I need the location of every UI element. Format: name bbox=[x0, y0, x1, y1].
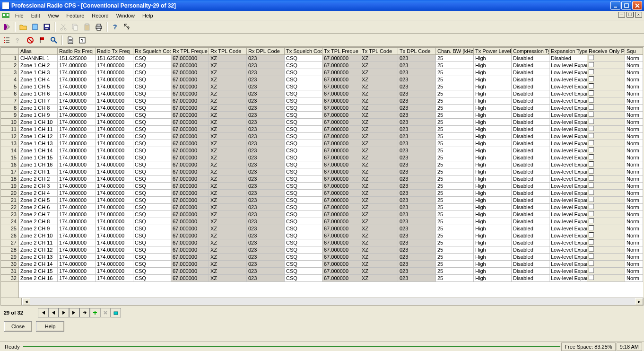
cell[interactable]: 023 bbox=[398, 275, 436, 282]
cell[interactable]: Disabled bbox=[512, 97, 549, 105]
cell[interactable]: 174.000000 bbox=[96, 69, 133, 76]
menu-help[interactable]: Help bbox=[139, 12, 157, 19]
cell[interactable]: 67.000000 bbox=[322, 183, 360, 190]
cell[interactable]: 023 bbox=[398, 176, 436, 183]
cell[interactable]: 174.000000 bbox=[96, 232, 133, 239]
cell[interactable]: Norm bbox=[625, 225, 643, 232]
cell[interactable]: Zone 2 CH 16 bbox=[19, 275, 58, 282]
cell[interactable] bbox=[587, 90, 625, 97]
cell[interactable]: Norm bbox=[625, 183, 643, 190]
cell[interactable]: 7 bbox=[1, 97, 19, 105]
cell[interactable]: 174.000000 bbox=[96, 119, 133, 126]
nav-folder-button[interactable] bbox=[111, 308, 121, 317]
cell[interactable]: 023 bbox=[398, 97, 436, 105]
cell[interactable]: 023 bbox=[247, 105, 285, 112]
cell[interactable]: 25 bbox=[436, 90, 474, 97]
cell[interactable]: Norm bbox=[625, 83, 643, 90]
cell[interactable]: CSQ bbox=[285, 239, 322, 246]
cell[interactable]: Norm bbox=[625, 90, 643, 97]
cell[interactable] bbox=[587, 261, 625, 268]
cell[interactable]: Low-level Expan bbox=[549, 76, 587, 83]
cell[interactable]: 174.000000 bbox=[96, 183, 133, 190]
table-row[interactable]: 11Zone 1 CH 11174.000000174.000000CSQ67.… bbox=[1, 126, 643, 133]
cell[interactable]: Zone 2 CH 14 bbox=[19, 261, 58, 268]
cell[interactable]: 25 bbox=[436, 83, 474, 90]
cell[interactable]: High bbox=[474, 197, 512, 204]
cell[interactable]: 67.000000 bbox=[171, 183, 209, 190]
cell[interactable]: Low-level Expan bbox=[549, 133, 587, 140]
cell[interactable]: Low-level Expan bbox=[549, 62, 587, 69]
save-icon[interactable] bbox=[41, 22, 52, 32]
cell[interactable]: XZ bbox=[209, 62, 247, 69]
cell[interactable]: Low-level Expan bbox=[549, 147, 587, 154]
cell[interactable]: CSQ bbox=[285, 225, 322, 232]
cell[interactable]: 25 bbox=[436, 126, 474, 133]
cell[interactable]: 4 bbox=[1, 76, 19, 83]
checkbox-icon[interactable] bbox=[589, 140, 594, 145]
cell[interactable]: 23 bbox=[1, 211, 19, 218]
cell[interactable] bbox=[587, 97, 625, 105]
cell[interactable]: 25 bbox=[436, 268, 474, 275]
cell[interactable]: 26 bbox=[1, 232, 19, 239]
cell[interactable]: Norm bbox=[625, 261, 643, 268]
cell[interactable]: 67.000000 bbox=[171, 211, 209, 218]
cell[interactable]: 023 bbox=[398, 69, 436, 76]
cell[interactable]: 25 bbox=[436, 140, 474, 147]
cell[interactable]: CSQ bbox=[285, 275, 322, 282]
cell[interactable]: 67.000000 bbox=[171, 218, 209, 225]
cell[interactable]: High bbox=[474, 147, 512, 154]
cell[interactable]: XZ bbox=[360, 69, 398, 76]
cell[interactable]: Low-level Expan bbox=[549, 261, 587, 268]
cell[interactable]: 023 bbox=[398, 112, 436, 119]
col-header-14[interactable]: Compression Ty bbox=[512, 48, 549, 55]
cell[interactable]: Norm bbox=[625, 112, 643, 119]
cell[interactable]: Low-level Expan bbox=[549, 239, 587, 246]
cell[interactable]: 67.000000 bbox=[322, 211, 360, 218]
cell[interactable] bbox=[587, 140, 625, 147]
cell[interactable]: 67.000000 bbox=[322, 126, 360, 133]
checkbox-icon[interactable] bbox=[589, 261, 594, 266]
cell[interactable]: 31 bbox=[1, 268, 19, 275]
cell[interactable]: Norm bbox=[625, 140, 643, 147]
cell[interactable]: 174.000000 bbox=[58, 69, 96, 76]
cell[interactable]: Norm bbox=[625, 190, 643, 197]
cell[interactable]: Low-level Expan bbox=[549, 119, 587, 126]
cell[interactable]: CSQ bbox=[133, 268, 171, 275]
cell[interactable]: CSQ bbox=[133, 183, 171, 190]
menu-window[interactable]: Window bbox=[113, 12, 139, 19]
checkbox-icon[interactable] bbox=[589, 225, 594, 230]
cell[interactable] bbox=[587, 232, 625, 239]
cell[interactable]: 023 bbox=[398, 190, 436, 197]
cell[interactable]: Low-level Expan bbox=[549, 268, 587, 275]
cell[interactable]: 67.000000 bbox=[322, 168, 360, 176]
cell[interactable]: Norm bbox=[625, 97, 643, 105]
cell[interactable]: XZ bbox=[360, 246, 398, 254]
cell[interactable]: CSQ bbox=[285, 62, 322, 69]
col-header-6[interactable]: Rx TPL Code bbox=[209, 48, 247, 55]
cell[interactable]: 174.000000 bbox=[96, 261, 133, 268]
cell[interactable]: 9 bbox=[1, 112, 19, 119]
table-row[interactable]: 5Zone 1 CH 5174.000000174.000000CSQ67.00… bbox=[1, 83, 643, 90]
cell[interactable]: XZ bbox=[360, 55, 398, 62]
table-row[interactable]: 28Zone 2 CH 12174.000000174.000000CSQ67.… bbox=[1, 246, 643, 254]
checkbox-icon[interactable] bbox=[589, 154, 594, 159]
cell[interactable]: XZ bbox=[360, 62, 398, 69]
col-header-8[interactable]: Tx Squelch Cod bbox=[285, 48, 322, 55]
cell[interactable]: 25 bbox=[436, 204, 474, 211]
cell[interactable]: Zone 2 CH 11 bbox=[19, 239, 58, 246]
cell[interactable]: CSQ bbox=[133, 140, 171, 147]
cell[interactable]: Zone 1 CH 14 bbox=[19, 147, 58, 154]
cell[interactable]: XZ bbox=[209, 183, 247, 190]
cell[interactable]: CSQ bbox=[285, 204, 322, 211]
col-header-2[interactable]: Radio Rx Freq bbox=[58, 48, 96, 55]
cell[interactable]: CSQ bbox=[133, 211, 171, 218]
cell[interactable]: Zone 1 CH 3 bbox=[19, 69, 58, 76]
cell[interactable]: 174.000000 bbox=[96, 105, 133, 112]
cell[interactable]: High bbox=[474, 76, 512, 83]
table-row[interactable]: 14Zone 1 CH 14174.000000174.000000CSQ67.… bbox=[1, 147, 643, 154]
checkbox-icon[interactable] bbox=[589, 119, 594, 124]
cell[interactable]: Low-level Expan bbox=[549, 254, 587, 261]
cell[interactable]: 8 bbox=[1, 105, 19, 112]
cell[interactable]: Low-level Expan bbox=[549, 218, 587, 225]
cell[interactable]: Zone 2 CH 5 bbox=[19, 197, 58, 204]
